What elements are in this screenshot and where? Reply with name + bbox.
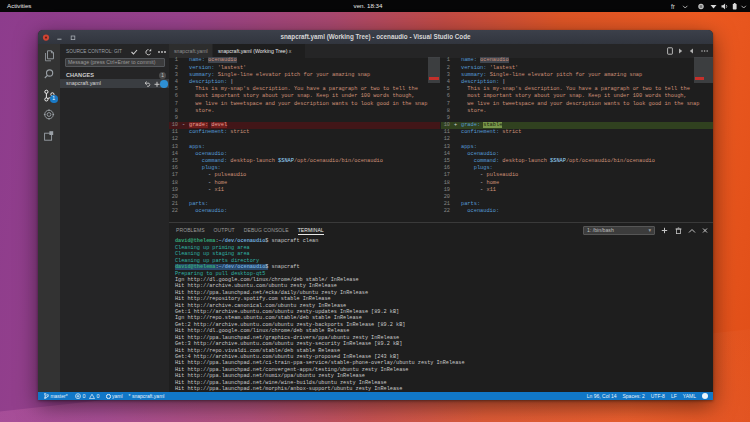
svg-text:0: 0: [97, 393, 100, 399]
svg-text:0: 0: [83, 393, 86, 399]
svg-text:fr: fr: [671, 3, 675, 10]
